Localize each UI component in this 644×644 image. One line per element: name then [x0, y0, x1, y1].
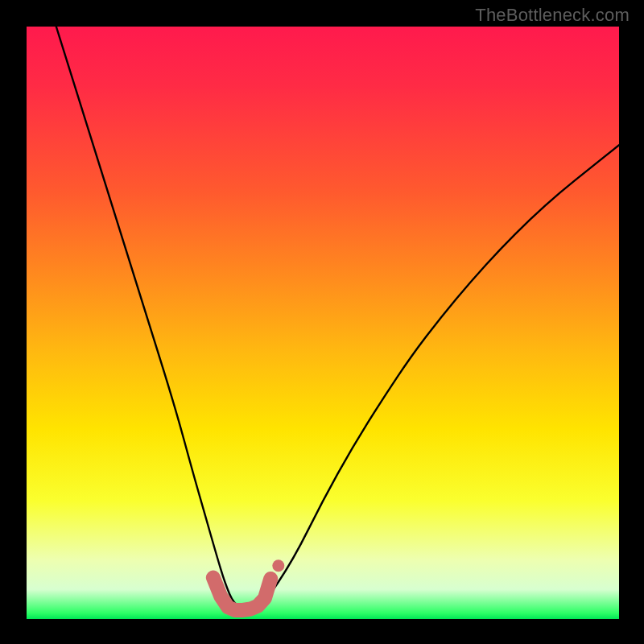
bottleneck-curve — [56, 27, 619, 610]
watermark-text: TheBottleneck.com — [475, 5, 630, 26]
plot-area — [27, 27, 619, 619]
curve-layer — [27, 27, 619, 619]
valley-marker — [213, 559, 284, 610]
chart-frame: TheBottleneck.com — [0, 0, 644, 644]
valley-marker-dot — [272, 559, 284, 572]
valley-marker-stroke — [213, 577, 270, 609]
